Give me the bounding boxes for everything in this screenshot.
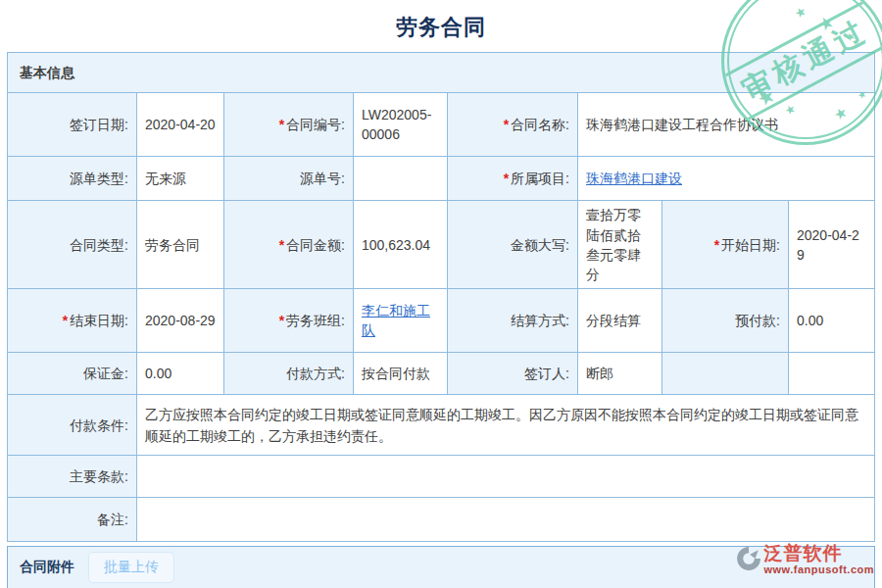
field-value-advance: 0.00 [789,289,875,353]
field-value-start-date: 2020-04-29 [789,201,875,289]
section-header-basic-info: 基本信息 [8,53,875,93]
field-value-settle-method: 分段结算 [578,289,662,353]
table-row: *结束日期: 2020-08-29 *劳务班组: 李仁和施工队 结算方式: 分段… [8,289,875,353]
field-label-source-no: 源单号: [224,157,354,201]
field-label-source-type: 源单类型: [8,157,137,201]
field-value-main-terms [137,456,875,498]
field-label-advance: 预付款: [662,289,789,353]
field-label-main-terms: 主要条款: [8,456,137,498]
field-label-deposit: 保证金: [8,353,137,395]
field-label-end-date: *结束日期: [8,289,137,353]
field-label-contract-no: *合同编号: [224,93,354,157]
attachment-title: 合同附件 [20,559,74,576]
field-value-end-date: 2020-08-29 [137,289,224,353]
field-label-pay-method: 付款方式: [224,353,354,395]
labor-team-link[interactable]: 李仁和施工队 [362,303,430,338]
table-row: 签订日期: 2020-04-20 *合同编号: LW202005-00006 *… [8,93,875,157]
table-row: 主要条款: [8,456,875,498]
field-value-sign-date: 2020-04-20 [137,93,224,157]
field-value-project: 珠海鹤港口建设 [578,157,875,201]
required-mark: * [279,117,284,132]
table-row: 保证金: 0.00 付款方式: 按合同付款 签订人: 断郎 [8,353,875,395]
field-label-amount: *合同金额: [224,201,354,289]
batch-upload-button[interactable]: 批量上传 [88,552,174,583]
required-mark: * [504,171,509,186]
required-mark: * [714,237,719,253]
field-value-labor-team: 李仁和施工队 [354,289,448,353]
field-value-contract-type: 劳务合同 [137,201,224,289]
required-mark: * [504,117,509,132]
required-mark: * [279,313,284,328]
field-label-project: *所属项目: [448,157,578,201]
field-label-pay-terms: 付款条件: [8,395,137,456]
required-mark: * [279,237,284,253]
field-label-contract-name: *合同名称: [448,93,578,157]
field-value-contract-no: LW202005-00006 [354,93,448,157]
vendor-name: 泛普软件 [763,544,874,564]
fanpu-logo-icon [735,546,760,571]
project-link[interactable]: 珠海鹤港口建设 [586,171,682,186]
page-title: 劳务合同 [0,0,882,42]
field-value-signer: 断郎 [578,353,662,395]
vendor-url: www.fanpusoft.com [763,564,874,575]
field-label-labor-team: *劳务班组: [224,289,354,353]
field-label-sign-date: 签订日期: [8,93,137,157]
table-row: 源单类型: 无来源 源单号: *所属项目: 珠海鹤港口建设 [8,157,875,201]
table-row: 备注: [8,498,875,542]
basic-info-table: 基本信息 签订日期: 2020-04-20 *合同编号: LW202005-00… [7,52,875,542]
field-label-amount-caps: 金额大写: [448,201,578,289]
field-label-settle-method: 结算方式: [448,289,578,353]
field-value-pay-method: 按合同付款 [354,353,448,395]
field-value-deposit: 0.00 [137,353,224,395]
field-label-signer: 签订人: [448,353,578,395]
table-row: 付款条件: 乙方应按照本合同约定的竣工日期或签证同意顺延的工期竣工。因乙方原因不… [8,395,875,456]
vendor-logo: 泛普软件 www.fanpusoft.com [735,544,874,575]
field-label-contract-type: 合同类型: [8,201,137,289]
field-value-source-no [354,157,448,201]
field-value-amount: 100,623.04 [354,201,448,289]
field-label-start-date: *开始日期: [662,201,789,289]
table-row: 合同类型: 劳务合同 *合同金额: 100,623.04 金额大写: 壹拾万零陆… [8,201,875,289]
empty-cell [789,353,875,395]
field-value-contract-name: 珠海鹤港口建设工程合作协议书 [578,93,875,157]
field-value-source-type: 无来源 [137,157,224,201]
field-value-amount-caps: 壹拾万零陆佰贰拾叁元零肆分 [578,201,662,289]
field-value-pay-terms: 乙方应按照本合同约定的竣工日期或签证同意顺延的工期竣工。因乙方原因不能按照本合同… [137,395,875,456]
field-value-remark [137,498,875,542]
field-label-remark: 备注: [8,498,137,542]
empty-cell [662,353,789,395]
required-mark: * [63,313,68,328]
